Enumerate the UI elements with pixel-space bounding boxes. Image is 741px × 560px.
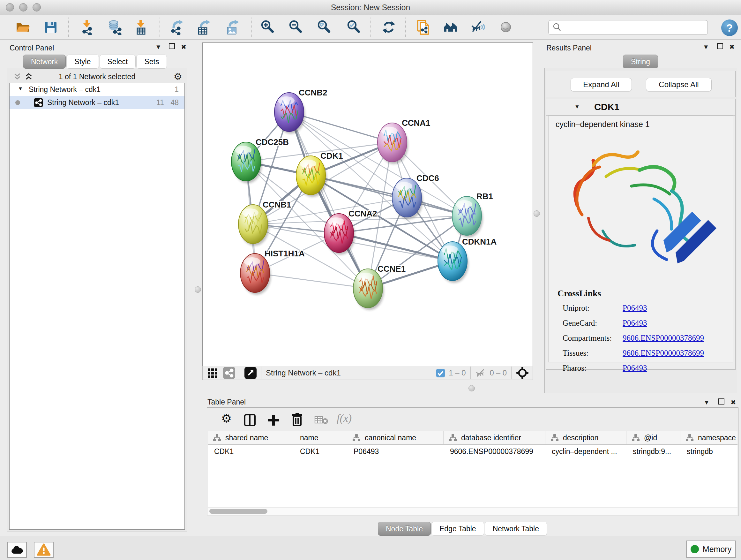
network-node-CCNB2[interactable] <box>274 92 305 134</box>
zoom-in-icon[interactable] <box>260 19 275 35</box>
export-network-icon[interactable] <box>169 19 185 35</box>
tab-node-table[interactable]: Node Table <box>378 522 431 536</box>
column-header-shared-name[interactable]: shared name <box>208 431 295 444</box>
search-input[interactable] <box>562 23 708 32</box>
collection-caret-icon[interactable]: ▼ <box>18 86 23 91</box>
delete-column-icon[interactable] <box>290 412 304 427</box>
table-horizontal-scrollbar[interactable] <box>208 508 738 515</box>
table-row[interactable]: CDK1CDK1P064939606.ENSP00000378699cyclin… <box>208 445 738 458</box>
network-edge[interactable] <box>255 273 368 288</box>
network-view-share-icon[interactable] <box>223 367 235 379</box>
network-node-CDK1[interactable] <box>296 156 327 197</box>
tab-network-table[interactable]: Network Table <box>485 522 547 536</box>
column-header--id[interactable]: @id <box>626 431 680 444</box>
scrollbar-thumb[interactable] <box>209 509 267 514</box>
network-options-gear-icon[interactable]: ⚙ <box>174 71 182 82</box>
hidden-eye-icon <box>475 368 486 378</box>
crosslink-value-link[interactable]: 9606.ENSP00000378699 <box>623 349 704 364</box>
crosslink-value-link[interactable]: P06493 <box>623 364 647 379</box>
maximize-panel-icon[interactable] <box>169 43 175 51</box>
maximize-panel-icon[interactable] <box>717 43 723 51</box>
memory-button[interactable]: Memory <box>686 541 736 558</box>
float-panel-icon[interactable]: ▼ <box>155 43 161 51</box>
crosslink-value-link[interactable]: P06493 <box>623 304 647 319</box>
crosslink-label: Tissues: <box>562 349 623 364</box>
tab-sets[interactable]: Sets <box>136 55 167 69</box>
show-columns-icon[interactable] <box>243 413 257 427</box>
zoom-fit-icon[interactable] <box>316 19 332 35</box>
column-header-description[interactable]: description <box>545 431 626 444</box>
column-header-namespace[interactable]: namespace <box>680 431 738 444</box>
import-network-database-icon[interactable] <box>107 19 122 35</box>
right-splitter-handle[interactable] <box>534 210 540 217</box>
tab-style[interactable]: Style <box>66 55 98 69</box>
selected-checkbox-icon[interactable] <box>436 369 445 377</box>
hide-panel-eye-icon[interactable] <box>470 19 485 35</box>
close-panel-icon[interactable]: ✖ <box>181 43 186 51</box>
column-type-icon <box>213 434 221 442</box>
tab-edge-table[interactable]: Edge Table <box>431 522 484 536</box>
network-node-CCNB1[interactable] <box>239 205 269 246</box>
add-column-icon[interactable] <box>266 413 280 427</box>
network-node-HIST1H1A[interactable] <box>240 253 271 295</box>
network-view-title: String Network – cdk1 <box>266 368 341 377</box>
search-box[interactable] <box>548 20 708 35</box>
eye-disabled-icon[interactable] <box>498 19 514 35</box>
float-panel-icon[interactable]: ▼ <box>703 43 709 51</box>
help-icon[interactable]: ? <box>721 19 738 36</box>
network-canvas[interactable]: CCNB2CCNA1CDC25BCDK1CDC6RB1CCNB1CCNA2CDK… <box>202 43 533 366</box>
toolbar-separator <box>68 17 69 37</box>
close-panel-icon[interactable]: ✖ <box>731 398 736 406</box>
float-panel-icon[interactable]: ▼ <box>703 398 710 406</box>
warning-button[interactable] <box>34 542 54 558</box>
detach-view-icon[interactable] <box>245 367 257 379</box>
refresh-icon[interactable] <box>381 19 396 35</box>
network-collection-row[interactable]: ▼ String Network – cdk1 1 <box>10 83 185 96</box>
export-image-icon[interactable] <box>225 19 240 35</box>
crosslink-value-link[interactable]: 9606.ENSP00000378699 <box>623 334 704 349</box>
zoom-out-icon[interactable] <box>288 19 303 35</box>
tab-network[interactable]: Network <box>23 55 66 69</box>
import-table-file-icon[interactable] <box>133 19 148 35</box>
network-node-CCNE1[interactable] <box>353 269 384 310</box>
column-header-name[interactable]: name <box>295 431 347 444</box>
control-panel: Control Panel ▼ ✖ NetworkStyleSelectSets… <box>3 41 191 534</box>
network-node-CDC6[interactable] <box>392 178 423 219</box>
horizontal-splitter-handle[interactable] <box>468 385 475 391</box>
open-file-icon[interactable] <box>15 19 30 35</box>
left-splitter-handle[interactable] <box>195 287 201 293</box>
gene-section-header[interactable]: ▼ CDK1 <box>546 99 735 116</box>
cloud-button[interactable] <box>7 542 27 558</box>
search-icon <box>552 22 562 33</box>
network-node-CDKN1A[interactable] <box>438 242 468 283</box>
column-header-canonical-name[interactable]: canonical name <box>347 431 444 444</box>
network-selection-status: 1 of 1 Network selected <box>7 72 187 81</box>
table-cell: CDK1 <box>295 445 347 458</box>
tab-select[interactable]: Select <box>99 55 136 69</box>
save-session-icon[interactable] <box>43 19 58 35</box>
close-panel-icon[interactable]: ✖ <box>729 43 735 51</box>
memory-label: Memory <box>703 545 731 554</box>
collapse-all-button[interactable]: Collapse All <box>646 78 712 91</box>
network-node-CCNA1[interactable] <box>378 123 408 164</box>
column-header-database-identifier[interactable]: database identifier <box>444 431 545 444</box>
network-node-RB1[interactable] <box>452 196 483 238</box>
import-network-file-icon[interactable] <box>79 19 94 35</box>
network-node-CCNA2[interactable] <box>324 213 355 255</box>
network-row[interactable]: String Network – cdk1 11 48 <box>10 96 185 109</box>
node-label: CCNE1 <box>378 264 406 273</box>
genemania-app-icon[interactable] <box>443 19 459 35</box>
tab-string[interactable]: String <box>623 55 658 69</box>
grid-view-icon[interactable] <box>207 367 219 379</box>
network-edge[interactable] <box>289 112 368 288</box>
string-app-icon[interactable] <box>415 19 431 35</box>
section-caret-icon[interactable]: ▼ <box>575 104 580 110</box>
crosslink-value-link[interactable]: P06493 <box>623 319 647 334</box>
export-table-icon[interactable] <box>196 19 211 35</box>
expand-all-button[interactable]: Expand All <box>570 78 632 91</box>
zoom-selected-icon[interactable] <box>346 19 361 35</box>
maximize-panel-icon[interactable] <box>718 398 724 406</box>
gene-description: cyclin–dependent kinase 1 <box>556 120 650 129</box>
table-options-gear-icon[interactable]: ⚙ <box>221 412 232 425</box>
birdseye-crosshair-icon[interactable] <box>516 367 529 379</box>
